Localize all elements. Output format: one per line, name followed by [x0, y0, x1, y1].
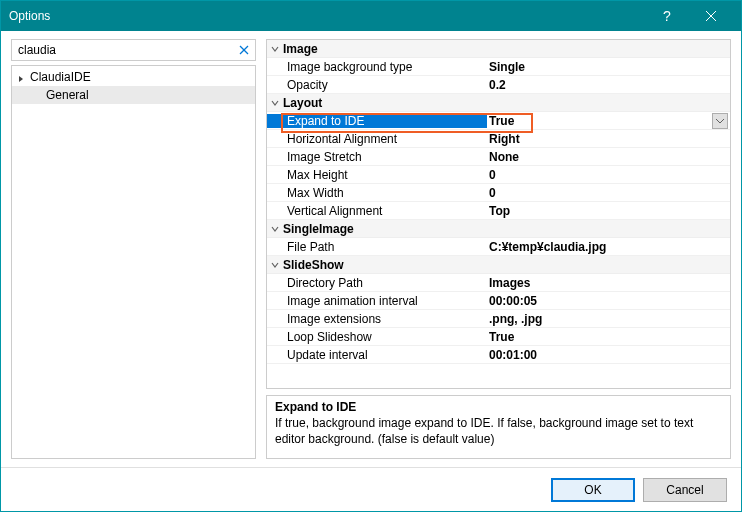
help-button[interactable]: ?: [645, 1, 689, 31]
category-singleimage[interactable]: SingleImage: [267, 220, 730, 238]
collapse-icon: [18, 72, 28, 82]
right-panel: Image Image background typeSingle Opacit…: [266, 39, 731, 459]
search-box: [11, 39, 256, 61]
category-image[interactable]: Image: [267, 40, 730, 58]
prop-row-expand[interactable]: Expand to IDE True: [267, 112, 730, 130]
options-dialog: Options ? ClaudiaIDE General: [0, 0, 742, 512]
prop-row-stretch[interactable]: Image StretchNone: [267, 148, 730, 166]
description-title: Expand to IDE: [275, 400, 722, 414]
prop-row-filepath[interactable]: File PathC:¥temp¥claudia.jpg: [267, 238, 730, 256]
category-tree[interactable]: ClaudiaIDE General: [11, 65, 256, 459]
category-slideshow[interactable]: SlideShow: [267, 256, 730, 274]
ok-button[interactable]: OK: [551, 478, 635, 502]
content-area: ClaudiaIDE General Image Image backgroun…: [1, 31, 741, 467]
tree-node-general[interactable]: General: [12, 86, 255, 104]
prop-row-valign[interactable]: Vertical AlignmentTop: [267, 202, 730, 220]
clear-search-button[interactable]: [236, 42, 252, 58]
chevron-down-icon: [716, 119, 724, 124]
close-button[interactable]: [689, 1, 733, 31]
prop-row-upd[interactable]: Update interval00:01:00: [267, 346, 730, 364]
window-title: Options: [9, 9, 645, 23]
property-grid[interactable]: Image Image background typeSingle Opacit…: [266, 39, 731, 389]
dropdown-button[interactable]: [712, 113, 728, 129]
search-input[interactable]: [11, 39, 256, 61]
titlebar: Options ?: [1, 1, 741, 31]
prop-row-bgtype[interactable]: Image background typeSingle: [267, 58, 730, 76]
chevron-down-icon: [267, 45, 283, 53]
dialog-footer: OK Cancel: [1, 467, 741, 511]
description-panel: Expand to IDE If true, background image …: [266, 395, 731, 459]
close-icon: [706, 11, 716, 21]
close-icon: [239, 45, 249, 55]
prop-row-dir[interactable]: Directory PathImages: [267, 274, 730, 292]
prop-row-loop[interactable]: Loop SlideshowTrue: [267, 328, 730, 346]
prop-row-anim[interactable]: Image animation interval00:00:05: [267, 292, 730, 310]
tree-node-claudiaide[interactable]: ClaudiaIDE: [12, 68, 255, 86]
prop-row-maxw[interactable]: Max Width0: [267, 184, 730, 202]
prop-row-halign[interactable]: Horizontal AlignmentRight: [267, 130, 730, 148]
cancel-button[interactable]: Cancel: [643, 478, 727, 502]
chevron-down-icon: [267, 99, 283, 107]
chevron-down-icon: [267, 261, 283, 269]
prop-row-maxh[interactable]: Max Height0: [267, 166, 730, 184]
description-body: If true, background image expand to IDE.…: [275, 416, 722, 447]
prop-row-ext[interactable]: Image extensions.png, .jpg: [267, 310, 730, 328]
chevron-down-icon: [267, 225, 283, 233]
tree-label: General: [46, 88, 89, 102]
tree-label: ClaudiaIDE: [30, 70, 91, 84]
left-panel: ClaudiaIDE General: [11, 39, 256, 459]
prop-row-opacity[interactable]: Opacity0.2: [267, 76, 730, 94]
category-layout[interactable]: Layout: [267, 94, 730, 112]
